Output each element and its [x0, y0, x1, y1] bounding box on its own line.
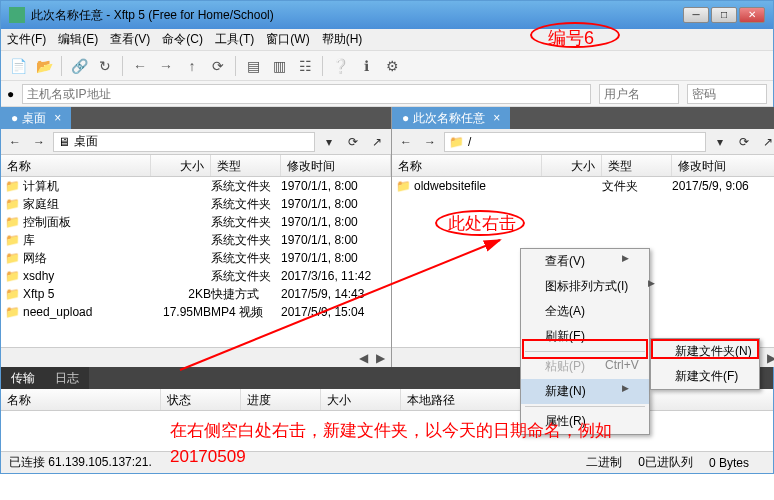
context-menu[interactable]: 查看(V)图标排列方式(I)全选(A)刷新(E)粘贴(P)Ctrl+V新建(N)…: [520, 248, 650, 435]
user-input[interactable]: [599, 84, 679, 104]
up-icon[interactable]: ↑: [181, 55, 203, 77]
context-item[interactable]: 新建(N): [521, 379, 649, 404]
file-icon: 📁: [5, 197, 19, 211]
titlebar: 此次名称任意 - Xftp 5 (Free for Home/School) ─…: [1, 1, 773, 29]
settings-icon[interactable]: ⚙: [381, 55, 403, 77]
minimize-button[interactable]: ─: [683, 7, 709, 23]
open-icon[interactable]: 📂: [33, 55, 55, 77]
help-icon[interactable]: ❔: [329, 55, 351, 77]
log-tab[interactable]: 日志: [45, 367, 89, 389]
reconnect-icon[interactable]: ↻: [94, 55, 116, 77]
remote-refresh-icon[interactable]: ⟳: [734, 132, 754, 152]
file-row[interactable]: 📁计算机系统文件夹1970/1/1, 8:00: [1, 177, 391, 195]
remote-back-icon[interactable]: ←: [396, 132, 416, 152]
local-fwd-icon[interactable]: →: [29, 132, 49, 152]
context-item[interactable]: 查看(V): [521, 249, 649, 274]
tab-close-icon[interactable]: ×: [493, 111, 500, 125]
annotation-rc-oval: [435, 210, 525, 236]
tab-close-icon[interactable]: ×: [54, 111, 61, 125]
status-bar: 已连接 61.139.105.137:21. 二进制 0已进队列 0 Bytes: [1, 451, 773, 473]
status-queue: 0已进队列: [638, 454, 693, 471]
maximize-button[interactable]: □: [711, 7, 737, 23]
context-item[interactable]: 图标排列方式(I): [521, 274, 649, 299]
file-row[interactable]: 📁oldwebsitefile文件夹2017/5/9, 9:06: [392, 177, 774, 195]
menu-tools[interactable]: 工具(T): [215, 31, 254, 48]
file-row[interactable]: 📁Xftp 52KB快捷方式2017/5/9, 14:43: [1, 285, 391, 303]
local-pane: ● 桌面 × ← → 🖥 桌面 ▾ ⟳ ↗ 名称 大小 类型 修改时间 📁计算机…: [1, 107, 392, 367]
menu-edit[interactable]: 编辑(E): [58, 31, 98, 48]
file-icon: 📁: [5, 305, 19, 319]
refresh-icon[interactable]: ⟳: [207, 55, 229, 77]
file-icon: 📁: [5, 287, 19, 301]
transfer-list[interactable]: [1, 411, 773, 451]
context-item[interactable]: 全选(A): [521, 299, 649, 324]
local-path-input[interactable]: 🖥 桌面: [53, 132, 315, 152]
file-icon: 📁: [5, 233, 19, 247]
view-icon[interactable]: ☷: [294, 55, 316, 77]
file-row[interactable]: 📁xsdhy系统文件夹2017/3/16, 11:42: [1, 267, 391, 285]
menu-help[interactable]: 帮助(H): [322, 31, 363, 48]
annotation-badge-oval: [530, 22, 620, 48]
transfer-tab[interactable]: 传输: [1, 367, 45, 389]
host-bullet-icon: ●: [7, 87, 14, 101]
file-row[interactable]: 📁need_upload17.95MBMP4 视频2017/5/9, 15:04: [1, 303, 391, 321]
status-binary: 二进制: [586, 454, 622, 471]
toolbar: 📄 📂 🔗 ↻ ← → ↑ ⟳ ▤ ▥ ☷ ❔ ℹ ⚙: [1, 51, 773, 81]
context-submenu-new[interactable]: 新建文件夹(N)新建文件(F): [650, 338, 760, 390]
file-icon: 📁: [5, 215, 19, 229]
host-input[interactable]: [22, 84, 591, 104]
file-icon: 📁: [5, 269, 19, 283]
remote-dropdown-icon[interactable]: ▾: [710, 132, 730, 152]
remote-tab[interactable]: ● 此次名称任意 ×: [392, 107, 510, 130]
menu-file[interactable]: 文件(F): [7, 31, 46, 48]
transfer-header: 名称 状态 进度 大小 本地路径: [1, 389, 773, 411]
pane2-icon[interactable]: ▥: [268, 55, 290, 77]
file-icon: 📁: [396, 179, 410, 193]
file-row[interactable]: 📁家庭组系统文件夹1970/1/1, 8:00: [1, 195, 391, 213]
local-back-icon[interactable]: ←: [5, 132, 25, 152]
about-icon[interactable]: ℹ: [355, 55, 377, 77]
status-bytes: 0 Bytes: [709, 456, 749, 470]
back-icon[interactable]: ←: [129, 55, 151, 77]
remote-send-icon[interactable]: ↗: [758, 132, 774, 152]
connect-icon[interactable]: 🔗: [68, 55, 90, 77]
pane-icon[interactable]: ▤: [242, 55, 264, 77]
context-item[interactable]: 刷新(E): [521, 324, 649, 349]
file-row[interactable]: 📁控制面板系统文件夹1970/1/1, 8:00: [1, 213, 391, 231]
context-item[interactable]: 新建文件夹(N): [651, 339, 759, 364]
local-file-list[interactable]: 📁计算机系统文件夹1970/1/1, 8:00📁家庭组系统文件夹1970/1/1…: [1, 177, 391, 347]
file-icon: 📁: [5, 251, 19, 265]
local-send-icon[interactable]: ↗: [367, 132, 387, 152]
local-tab[interactable]: ● 桌面 ×: [1, 107, 71, 130]
new-icon[interactable]: 📄: [7, 55, 29, 77]
address-bar: ●: [1, 81, 773, 107]
remote-path-input[interactable]: 📁 /: [444, 132, 706, 152]
remote-list-header: 名称 大小 类型 修改时间: [392, 155, 774, 177]
status-connection: 已连接 61.139.105.137:21.: [9, 454, 152, 471]
close-button[interactable]: ✕: [739, 7, 765, 23]
remote-fwd-icon[interactable]: →: [420, 132, 440, 152]
context-item[interactable]: 属性(R): [521, 409, 649, 434]
local-status: ◀▶: [1, 347, 391, 367]
file-row[interactable]: 📁库系统文件夹1970/1/1, 8:00: [1, 231, 391, 249]
context-item: 粘贴(P)Ctrl+V: [521, 354, 649, 379]
menu-command[interactable]: 命令(C): [162, 31, 203, 48]
file-icon: 📁: [5, 179, 19, 193]
menu-view[interactable]: 查看(V): [110, 31, 150, 48]
local-dropdown-icon[interactable]: ▾: [319, 132, 339, 152]
local-refresh-icon[interactable]: ⟳: [343, 132, 363, 152]
local-list-header: 名称 大小 类型 修改时间: [1, 155, 391, 177]
password-input[interactable]: [687, 84, 767, 104]
menu-window[interactable]: 窗口(W): [266, 31, 309, 48]
fwd-icon[interactable]: →: [155, 55, 177, 77]
file-row[interactable]: 📁网络系统文件夹1970/1/1, 8:00: [1, 249, 391, 267]
menubar: 文件(F) 编辑(E) 查看(V) 命令(C) 工具(T) 窗口(W) 帮助(H…: [1, 29, 773, 51]
app-icon: [9, 7, 25, 23]
window-title: 此次名称任意 - Xftp 5 (Free for Home/School): [31, 7, 683, 24]
context-item[interactable]: 新建文件(F): [651, 364, 759, 389]
